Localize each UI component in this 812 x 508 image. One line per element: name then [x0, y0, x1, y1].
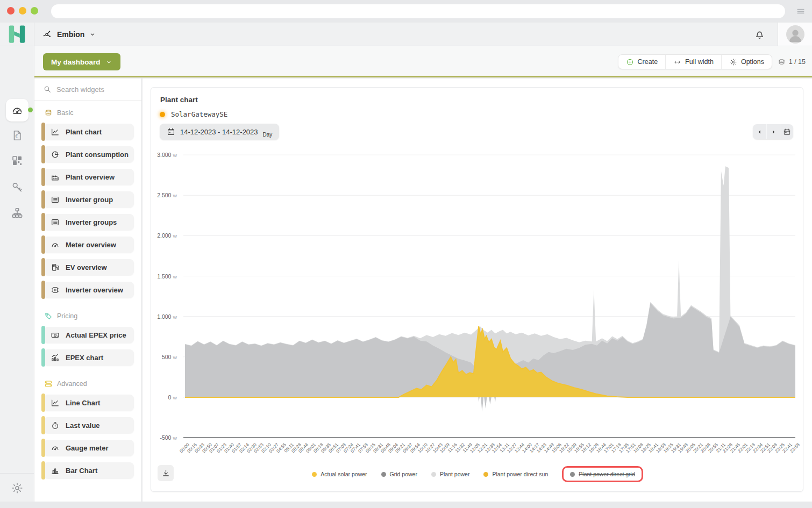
device-row: SolarGatewaySE	[160, 110, 227, 118]
previous-period-button[interactable]	[753, 124, 766, 139]
legend-item-plant-power[interactable]: Plant power	[431, 471, 469, 477]
notifications-bell-icon[interactable]	[753, 28, 766, 40]
sidebar-item-access-keys[interactable]	[6, 176, 29, 198]
legend-item-actual-solar-power[interactable]: Actual solar power	[312, 471, 367, 477]
plus-circle-icon	[626, 58, 634, 66]
meter-icon	[51, 443, 60, 453]
create-label: Create	[638, 58, 658, 66]
window-zoom-button[interactable]	[31, 7, 38, 15]
app-logo[interactable]	[0, 23, 34, 46]
widget-sections: BasicPlant chartPlant consumptionPlant o…	[34, 109, 141, 478]
dashboard-bar: My dashboard Create Full width Options 1…	[34, 46, 812, 77]
plant-chart-plot[interactable]	[151, 147, 804, 448]
legend-label: Plant power direct grid	[579, 471, 635, 477]
legend-dot	[570, 472, 575, 477]
widget-card-label: Plant consumption	[66, 151, 129, 159]
pages-indicator[interactable]: 1 / 15	[778, 54, 806, 69]
device-status-dot	[160, 112, 165, 117]
calendar-button[interactable]	[780, 124, 793, 139]
sidebar-item-billing[interactable]: €	[6, 124, 29, 147]
section-header-advanced: Advanced	[44, 380, 141, 388]
legend-item-plant-power-direct-sun[interactable]: Plant power direct sun	[483, 471, 548, 477]
window-titlebar	[0, 0, 812, 23]
widget-card-label: Last value	[66, 421, 100, 430]
app-window: Embion € My dashboard Create Full width	[0, 0, 812, 508]
widget-card-plant-consumption[interactable]: Plant consumption	[44, 146, 134, 162]
layers-icon	[778, 58, 786, 66]
widget-title: Plant chart	[160, 96, 198, 104]
arrows-horizontal-icon	[673, 58, 681, 66]
widgets-grid-icon	[11, 154, 24, 167]
chevron-down-icon	[89, 31, 96, 38]
chart-line-icon	[51, 127, 60, 137]
pages-count: 1 / 15	[789, 58, 806, 66]
options-label: Options	[741, 58, 764, 66]
legend-dot	[431, 472, 436, 477]
inverter-chip-icon	[51, 285, 60, 295]
active-indicator-dot	[28, 108, 33, 112]
widget-card-inverter-group[interactable]: Inverter group	[44, 191, 134, 208]
next-period-button[interactable]	[766, 124, 780, 139]
logo-h-icon	[0, 23, 34, 46]
person-icon	[786, 25, 804, 44]
widget-card-gauge-meter[interactable]: Gauge meter	[44, 440, 134, 456]
legend-item-plant-power-direct-grid[interactable]: Plant power direct grid	[562, 466, 643, 482]
calendar-icon	[783, 128, 791, 136]
key-icon	[11, 181, 24, 194]
banknote-icon	[51, 331, 60, 340]
meter-icon	[51, 240, 60, 249]
sidebar-item-widgets[interactable]	[6, 149, 29, 172]
widget-card-label: Plant overview	[66, 173, 115, 181]
tag-icon	[44, 312, 53, 320]
date-nav-group	[753, 124, 793, 139]
legend-dot	[312, 472, 317, 477]
workspace-name: Embion	[57, 30, 84, 39]
calendar-icon	[167, 127, 175, 136]
window-menu-icon[interactable]	[796, 6, 806, 16]
widget-card-plant-overview[interactable]: Plant overview	[44, 169, 134, 185]
widget-card-label: Inverter group	[66, 196, 113, 204]
user-menu[interactable]	[778, 23, 812, 46]
widget-card-last-value[interactable]: Last value	[44, 417, 134, 433]
dashboard-controls: Create Full width Options	[618, 54, 772, 69]
date-granularity: Day	[263, 132, 273, 138]
widget-card-ev-overview[interactable]: EV overview	[44, 259, 134, 275]
app-header: Embion	[0, 23, 812, 46]
legend-label: Grid power	[390, 471, 417, 477]
options-button[interactable]: Options	[721, 55, 772, 69]
section-header-pricing: Pricing	[44, 312, 141, 320]
widget-card-line-chart[interactable]: Line Chart	[44, 395, 134, 411]
widget-card-epex-chart[interactable]: EPEX chart	[44, 349, 134, 366]
widget-card-inverter-overview[interactable]: Inverter overview	[44, 282, 134, 298]
list-icon	[51, 195, 60, 204]
settings-gear-icon[interactable]	[11, 482, 24, 495]
sidebar-item-dashboards[interactable]	[6, 99, 29, 121]
widget-card-label: Actual EPEX price	[66, 331, 126, 339]
dashboard-icon	[11, 104, 24, 117]
date-range-picker[interactable]: 14-12-2023 - 14-12-2023 Day	[160, 124, 279, 140]
widget-card-label: Inverter overview	[66, 286, 123, 294]
widget-card-label: EPEX chart	[66, 354, 103, 362]
widget-card-label: Plant chart	[66, 128, 102, 136]
widget-card-inverter-groups[interactable]: Inverter groups	[44, 214, 134, 230]
window-minimize-button[interactable]	[19, 7, 26, 15]
create-button[interactable]: Create	[618, 55, 666, 69]
window-close-button[interactable]	[7, 7, 15, 15]
avatar	[786, 25, 804, 44]
widget-card-bar-chart[interactable]: Bar Chart	[44, 462, 134, 478]
workspace-switcher[interactable]: Embion	[42, 23, 96, 46]
dashboard-selector-button[interactable]: My dashboard	[43, 53, 120, 70]
section-header-basic: Basic	[44, 109, 141, 117]
widget-card-meter-overview[interactable]: Meter overview	[44, 237, 134, 253]
legend-item-grid-power[interactable]: Grid power	[381, 471, 417, 477]
widget-card-plant-chart[interactable]: Plant chart	[44, 124, 134, 140]
legend-label: Plant power	[440, 471, 469, 477]
dashboard-title: My dashboard	[51, 58, 101, 66]
widget-card-actual-epex-price[interactable]: Actual EPEX price	[44, 327, 134, 343]
address-bar[interactable]	[51, 4, 785, 18]
sidebar-item-structure[interactable]	[6, 202, 29, 224]
chart-line-icon	[51, 398, 60, 407]
search-input[interactable]	[56, 85, 134, 94]
chevron-down-icon	[105, 59, 112, 66]
full-width-button[interactable]: Full width	[665, 55, 721, 69]
